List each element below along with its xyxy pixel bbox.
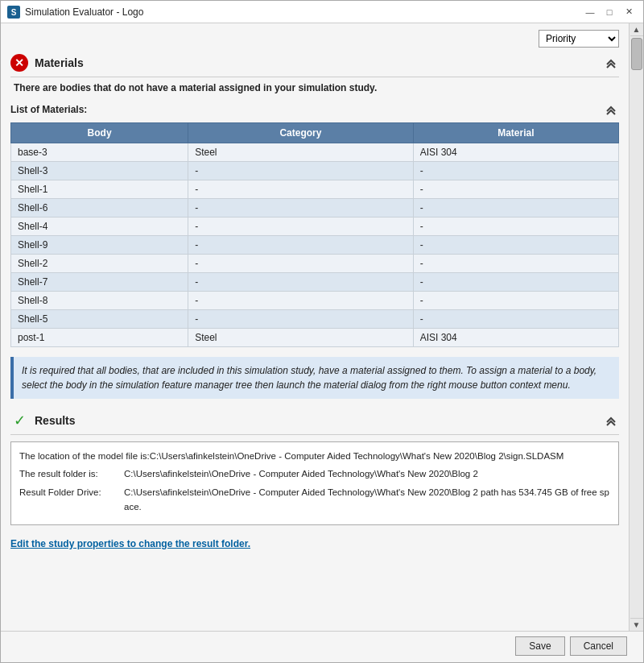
table-row: Shell-1-- — [11, 180, 619, 199]
results-box: The location of the model file is:C:\Use… — [10, 441, 619, 525]
table-row: Shell-3-- — [11, 162, 619, 180]
table-cell-body: Shell-9 — [11, 236, 188, 255]
results-value: C:\Users\afinkelstein\OneDrive - Compute… — [124, 466, 610, 481]
table-row: Shell-4-- — [11, 218, 619, 236]
priority-dropdown[interactable]: Priority Normal High Low — [539, 30, 619, 48]
app-icon: S — [7, 6, 20, 19]
table-cell-body: Shell-3 — [11, 162, 188, 180]
main-content: Priority Normal High Low ✕ Materials — [1, 23, 643, 631]
table-cell-material: - — [413, 292, 618, 310]
col-material: Material — [413, 123, 618, 143]
materials-collapse-button[interactable] — [603, 55, 619, 71]
info-text: It is required that all bodies, that are… — [22, 365, 597, 391]
scroll-up-button[interactable]: ▲ — [630, 23, 643, 36]
table-cell-category: - — [188, 310, 414, 329]
results-label: The result folder is: — [19, 466, 124, 481]
col-category: Category — [188, 123, 414, 143]
table-cell-category: - — [188, 180, 414, 199]
double-chevron-up-icon — [605, 56, 617, 69]
save-button[interactable]: Save — [515, 636, 564, 656]
table-row: post-1SteelAISI 304 — [11, 329, 619, 347]
results-label: Result Folder Drive: — [19, 485, 124, 515]
table-cell-body: Shell-5 — [11, 310, 188, 329]
scrollbar-thumb[interactable] — [631, 38, 642, 70]
table-cell-body: Shell-4 — [11, 218, 188, 236]
table-cell-body: base-3 — [11, 143, 188, 162]
scroll-down-button[interactable]: ▼ — [630, 618, 643, 631]
materials-section-header: ✕ Materials — [10, 54, 619, 77]
footer: Save Cancel — [1, 631, 643, 662]
list-chevron-up-icon — [605, 103, 617, 116]
table-cell-category: - — [188, 236, 414, 255]
table-cell-category: - — [188, 292, 414, 310]
table-cell-body: post-1 — [11, 329, 188, 347]
main-window: S Simulation Evaluator - Logo — □ ✕ Prio… — [0, 0, 644, 663]
minimize-button[interactable]: — — [582, 5, 598, 19]
table-cell-material: - — [413, 162, 618, 180]
list-of-materials-header: List of Materials: — [10, 102, 619, 118]
info-box: It is required that all bodies, that are… — [10, 357, 619, 399]
list-collapse-button[interactable] — [603, 102, 619, 118]
results-chevron-up-icon — [605, 414, 617, 427]
table-cell-material: AISI 304 — [413, 143, 618, 162]
maximize-button[interactable]: □ — [601, 5, 617, 19]
table-cell-category: - — [188, 162, 414, 180]
results-label: The location of the model file is: — [19, 449, 150, 463]
results-title: Results — [35, 414, 597, 427]
close-button[interactable]: ✕ — [621, 5, 637, 19]
table-cell-category: - — [188, 273, 414, 292]
table-cell-category: Steel — [188, 143, 414, 162]
results-section-header: ✓ Results — [10, 412, 619, 435]
list-title: List of Materials: — [10, 104, 87, 115]
priority-row: Priority Normal High Low — [10, 30, 619, 48]
table-row: base-3SteelAISI 304 — [11, 143, 619, 162]
titlebar-left: S Simulation Evaluator - Logo — [7, 6, 143, 19]
window-title: Simulation Evaluator - Logo — [25, 6, 143, 18]
error-icon: ✕ — [10, 54, 28, 72]
cancel-button[interactable]: Cancel — [570, 636, 627, 656]
table-cell-material: - — [413, 199, 618, 218]
table-row: Shell-8-- — [11, 292, 619, 310]
table-cell-body: Shell-7 — [11, 273, 188, 292]
results-collapse-button[interactable] — [603, 412, 619, 429]
table-row: Shell-2-- — [11, 255, 619, 273]
table-row: Shell-6-- — [11, 199, 619, 218]
table-cell-category: - — [188, 255, 414, 273]
window-controls: — □ ✕ — [582, 5, 637, 19]
svg-text:S: S — [11, 8, 17, 17]
results-section: ✓ Results The location of the model file… — [10, 412, 619, 556]
materials-title: Materials — [35, 56, 597, 69]
col-body: Body — [11, 123, 188, 143]
warning-message: There are bodies that do not have a mate… — [14, 82, 616, 93]
table-cell-body: Shell-6 — [11, 199, 188, 218]
table-cell-category: Steel — [188, 329, 414, 347]
table-cell-material: - — [413, 180, 618, 199]
results-row: The result folder is:C:\Users\afinkelste… — [19, 466, 610, 481]
table-row: Shell-7-- — [11, 273, 619, 292]
right-scrollbar[interactable]: ▲ ▼ — [629, 23, 643, 631]
table-row: Shell-9-- — [11, 236, 619, 255]
table-cell-material: AISI 304 — [413, 329, 618, 347]
materials-table: Body Category Material base-3SteelAISI 3… — [10, 122, 619, 347]
table-cell-material: - — [413, 255, 618, 273]
edit-study-link[interactable]: Edit the study properties to change the … — [10, 538, 250, 549]
results-row: The location of the model file is:C:\Use… — [19, 449, 610, 463]
results-row: Result Folder Drive:C:\Users\afinkelstei… — [19, 485, 610, 515]
table-cell-category: - — [188, 199, 414, 218]
table-row: Shell-5-- — [11, 310, 619, 329]
table-cell-body: Shell-8 — [11, 292, 188, 310]
table-cell-material: - — [413, 236, 618, 255]
results-value: C:\Users\afinkelstein\OneDrive - Compute… — [150, 449, 610, 463]
results-value: C:\Users\afinkelstein\OneDrive - Compute… — [124, 485, 610, 515]
table-cell-material: - — [413, 310, 618, 329]
titlebar: S Simulation Evaluator - Logo — □ ✕ — [1, 1, 643, 23]
table-cell-material: - — [413, 218, 618, 236]
scrollbar-track[interactable] — [630, 36, 643, 618]
check-icon: ✓ — [10, 412, 28, 429]
table-cell-category: - — [188, 218, 414, 236]
table-cell-body: Shell-2 — [11, 255, 188, 273]
left-panel: Priority Normal High Low ✕ Materials — [1, 23, 629, 631]
table-cell-material: - — [413, 273, 618, 292]
table-cell-body: Shell-1 — [11, 180, 188, 199]
